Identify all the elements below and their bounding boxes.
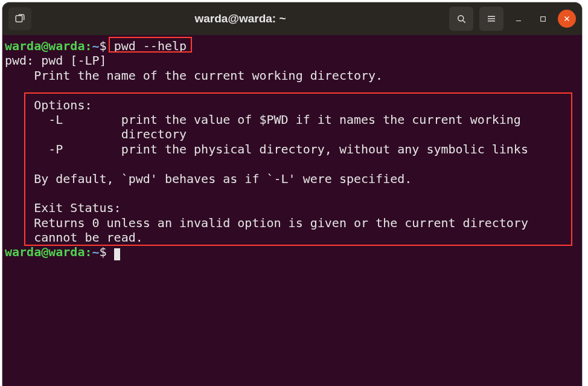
terminal-window: warda@warda: ~	[2, 2, 582, 386]
maximize-icon	[539, 15, 547, 23]
close-button[interactable]	[558, 10, 576, 28]
output-line: -P print the physical directory, without…	[5, 142, 528, 156]
minimize-button[interactable]	[510, 10, 528, 28]
output-line	[5, 83, 34, 97]
hamburger-icon	[486, 13, 497, 24]
svg-line-2	[463, 21, 465, 23]
prompt-symbol: $	[100, 245, 107, 259]
search-button[interactable]	[449, 7, 473, 31]
output-line: -L print the value of $PWD if it names t…	[5, 112, 521, 127]
output-line: Print the name of the current working di…	[5, 68, 383, 83]
menu-button[interactable]	[479, 7, 503, 31]
search-icon	[456, 13, 467, 24]
prompt-path: ~	[92, 245, 100, 259]
output-line: pwd: pwd [-LP]	[5, 53, 107, 68]
minimize-icon	[514, 14, 523, 23]
output-line: By default, `pwd' behaves as if `-L' wer…	[5, 172, 412, 186]
cursor	[114, 248, 120, 260]
new-tab-icon	[14, 13, 25, 24]
output-line: Returns 0 unless an invalid option is gi…	[5, 216, 528, 230]
maximize-button[interactable]	[534, 10, 552, 28]
prompt-sep: :	[85, 39, 92, 53]
svg-rect-0	[16, 16, 22, 22]
prompt-user-host: warda@warda	[5, 245, 85, 259]
output-line	[5, 186, 34, 201]
prompt-user-host: warda@warda	[5, 39, 85, 53]
svg-rect-7	[540, 16, 545, 21]
titlebar: warda@warda: ~	[2, 2, 582, 35]
terminal-output[interactable]: warda@warda:~$ pwd --help pwd: pwd [-LP]…	[2, 35, 582, 386]
window-title: warda@warda: ~	[194, 12, 286, 25]
output-line: Options:	[5, 98, 92, 112]
output-line: directory	[5, 127, 187, 141]
output-line: cannot be read.	[5, 230, 143, 245]
close-icon	[563, 15, 570, 22]
command-text: pwd --help	[114, 39, 187, 53]
prompt-path: ~	[92, 39, 100, 53]
svg-point-1	[458, 16, 464, 21]
output-line: Exit Status:	[5, 201, 121, 215]
prompt-symbol: $	[100, 39, 107, 53]
output-line	[5, 156, 34, 171]
prompt-sep: :	[85, 245, 92, 259]
new-tab-button[interactable]	[8, 7, 31, 30]
